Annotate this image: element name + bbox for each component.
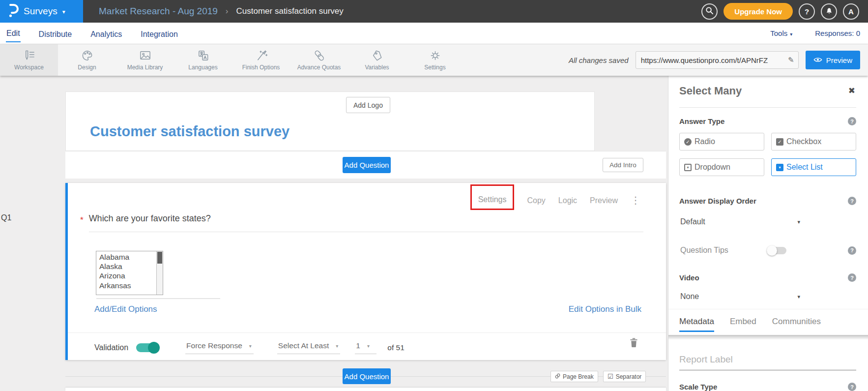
survey-url-field[interactable]: https://www.questionpro.com/t/APNrFZ ✎ xyxy=(636,51,799,69)
answer-type-dropdown[interactable]: ▾ Dropdown xyxy=(679,158,764,176)
answer-type-radio[interactable]: ✓ Radio xyxy=(679,133,764,150)
video-row: Video ? xyxy=(679,273,856,282)
list-option[interactable]: Arizona xyxy=(99,271,156,280)
radio-check-icon: ✓ xyxy=(684,138,692,146)
question-tips-toggle[interactable] xyxy=(768,247,786,254)
help-icon[interactable]: ? xyxy=(848,273,856,282)
add-question-band: Add Question Add Intro xyxy=(65,151,666,179)
page-break-button[interactable]: Page Break xyxy=(550,371,598,382)
kebab-menu-icon[interactable]: ⋮ xyxy=(631,194,640,210)
answer-options: Alabama Alaska Arizona Arkansas xyxy=(96,251,156,295)
toolbar-item-finish-options[interactable]: Finish Options xyxy=(232,44,290,76)
help-button[interactable]: ? xyxy=(799,3,815,20)
validation-rule-select[interactable]: Select At Least ▾ xyxy=(277,341,340,354)
tab-analytics[interactable]: Analytics xyxy=(90,25,122,42)
help-icon[interactable]: ? xyxy=(848,117,856,125)
listbox-underline xyxy=(96,298,220,299)
page-break-label: Page Break xyxy=(563,373,594,380)
answer-type-checkbox[interactable]: ✓ Checkbox xyxy=(771,133,856,150)
toolbar-item-label: Media Library xyxy=(127,64,163,71)
question-text-field[interactable]: Which are your favorite states? xyxy=(89,213,643,232)
toolbar-item-design[interactable]: Design xyxy=(58,44,116,76)
toolbar-item-label: Settings xyxy=(424,64,445,71)
search-button[interactable] xyxy=(701,3,718,20)
toolbar-item-workspace[interactable]: Workspace xyxy=(0,44,58,76)
preview-button[interactable]: Preview xyxy=(806,51,860,69)
answer-type-select-list[interactable]: ▾ Select List xyxy=(771,158,856,176)
questionpro-logo-icon xyxy=(7,3,19,19)
responses-count[interactable]: Responses: 0 xyxy=(815,29,860,37)
caret-down-icon: ▾ xyxy=(336,343,338,349)
question-text-row: * Which are your favorite states? xyxy=(80,213,643,232)
answer-type-option-label: Radio xyxy=(694,137,715,146)
validation-type-select[interactable]: Force Response ▾ xyxy=(185,341,254,354)
list-option[interactable]: Alaska xyxy=(99,262,156,271)
toolbar-item-settings[interactable]: Settings xyxy=(406,44,464,76)
required-marker: * xyxy=(80,215,84,225)
tab-metadata[interactable]: Metadata xyxy=(679,317,714,332)
caret-down-icon: ▾ xyxy=(62,8,65,15)
help-icon[interactable]: ? xyxy=(848,197,856,205)
survey-title[interactable]: Customer satisfaction survey xyxy=(90,123,289,140)
video-select[interactable]: None ▾ xyxy=(680,292,800,301)
close-icon[interactable]: ✖ xyxy=(848,86,855,96)
edit-options-in-bulk-link[interactable]: Edit Options in Bulk xyxy=(569,304,641,314)
listbox-scrollbar[interactable] xyxy=(156,251,163,295)
app-menu-label: Surveys xyxy=(24,6,58,17)
tab-distribute[interactable]: Distribute xyxy=(38,25,73,42)
avatar[interactable]: A xyxy=(843,3,859,20)
toolbar-item-variables[interactable]: Variables xyxy=(348,44,406,76)
survey-url-value[interactable]: https://www.questionpro.com/t/APNrFZ xyxy=(641,56,788,64)
edit-url-icon[interactable]: ✎ xyxy=(788,56,794,64)
separator-button[interactable]: ☑ Separator xyxy=(603,371,646,382)
toolbar-item-label: Advance Quotas xyxy=(297,64,341,71)
toolbar-item-label: Finish Options xyxy=(242,64,280,71)
tools-menu[interactable]: Tools▾ xyxy=(770,29,792,37)
question-action-settings[interactable]: Settings xyxy=(470,184,515,210)
question-action-preview[interactable]: Preview xyxy=(590,196,618,210)
validation-count-value: 1 xyxy=(356,341,360,350)
next-section-card-edge xyxy=(65,388,666,391)
add-intro-button[interactable]: Add Intro xyxy=(603,158,643,172)
delete-question-button[interactable] xyxy=(629,337,638,350)
caret-down-icon: ▾ xyxy=(790,31,792,37)
add-logo-button[interactable]: Add Logo xyxy=(346,97,390,113)
validation-rule-value: Select At Least xyxy=(278,341,329,350)
surveys-app-menu[interactable]: Surveys ▾ xyxy=(0,0,83,23)
add-edit-options-link[interactable]: Add/Edit Options xyxy=(94,304,157,314)
notifications-button[interactable] xyxy=(821,3,837,20)
answer-display-order-select[interactable]: Default ▾ xyxy=(680,217,800,226)
upgrade-now-button[interactable]: Upgrade Now xyxy=(723,3,793,20)
help-icon[interactable]: ? xyxy=(848,383,856,391)
list-option[interactable]: Alabama xyxy=(99,252,156,262)
answer-listbox[interactable]: Alabama Alaska Arizona Arkansas xyxy=(96,251,163,295)
question-action-logic[interactable]: Logic xyxy=(558,196,577,210)
toolbar-item-label: Languages xyxy=(188,64,217,71)
tab-embed[interactable]: Embed xyxy=(730,317,756,332)
toolbar-item-media-library[interactable]: Media Library xyxy=(116,44,174,76)
preview-label: Preview xyxy=(826,56,852,64)
toolbar-item-advance-quotas[interactable]: Advance Quotas xyxy=(290,44,348,76)
help-icon[interactable]: ? xyxy=(848,246,856,255)
panel-tabs: Metadata Embed Communities xyxy=(679,317,821,332)
scrollbar-thumb[interactable] xyxy=(157,252,162,264)
tab-edit[interactable]: Edit xyxy=(6,24,21,42)
validation-count-select[interactable]: 1 ▾ xyxy=(355,341,376,354)
question-action-copy[interactable]: Copy xyxy=(527,196,545,210)
tab-integration[interactable]: Integration xyxy=(140,25,178,42)
report-label-field[interactable]: Report Label xyxy=(679,354,856,370)
caret-down-icon: ▾ xyxy=(249,343,252,349)
question-settings-panel: Select Many ✖ Answer Type ? ✓ Radio ✓ Ch… xyxy=(668,76,868,391)
tab-communities[interactable]: Communities xyxy=(772,317,821,332)
breadcrumb-folder[interactable]: Market Research - Aug 2019 xyxy=(99,6,218,17)
scale-type-label: Scale Type xyxy=(679,383,717,391)
validation-toggle[interactable] xyxy=(136,343,159,352)
list-option[interactable]: Arkansas xyxy=(99,281,156,290)
add-question-button[interactable]: Add Question xyxy=(343,157,391,173)
add-question-button-bottom[interactable]: Add Question xyxy=(343,368,391,384)
caret-down-icon: ▾ xyxy=(797,219,800,225)
gear-icon xyxy=(429,49,442,62)
question-text[interactable]: Which are your favorite states? xyxy=(89,213,211,223)
validation-divider xyxy=(68,332,666,333)
toolbar-item-languages[interactable]: Languages xyxy=(174,44,232,76)
